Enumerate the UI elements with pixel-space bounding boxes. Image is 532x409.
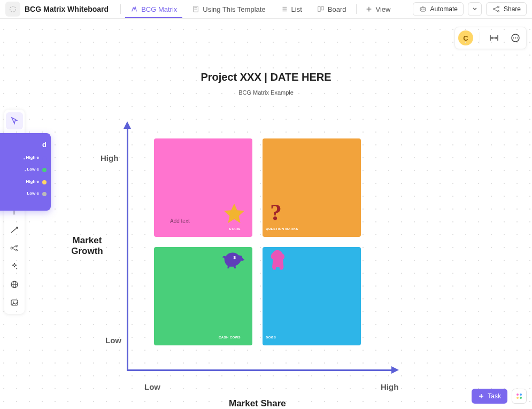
automate-button[interactable]: Automate <box>413 2 464 16</box>
x-low[interactable]: Low <box>144 382 160 391</box>
dog-icon <box>268 249 289 272</box>
task-button[interactable]: Task <box>472 389 507 404</box>
legend-card[interactable]: d , High e , Low e High e Low e <box>0 133 51 211</box>
loading-icon <box>9 5 17 13</box>
legend-dot <box>42 156 47 160</box>
bottom-right-controls: Task <box>472 389 527 404</box>
quadrant-cash-cows[interactable]: $ CASH COWS <box>154 247 252 345</box>
doc-icon <box>192 5 199 13</box>
share-button[interactable]: Share <box>486 2 527 16</box>
tab-using-template[interactable]: Using This Template <box>184 0 273 18</box>
legend-item: High e <box>0 179 47 184</box>
legend-dot <box>42 192 47 196</box>
svg-text:$: $ <box>233 255 236 260</box>
robot-icon <box>419 5 427 13</box>
quadrant-dogs[interactable]: DOGS <box>263 247 361 345</box>
y-axis-line[interactable] <box>127 125 128 371</box>
apps-button[interactable] <box>512 389 527 404</box>
quadrant-stars[interactable]: Add text STARS <box>154 138 252 237</box>
x-axis-line[interactable] <box>127 369 394 371</box>
board-icon <box>317 5 325 13</box>
tab-label: Board <box>328 5 346 13</box>
whiteboard-canvas[interactable]: Project XXX | DATE HERE BCG Matrix Examp… <box>0 19 532 409</box>
page-title[interactable]: Project XXX | DATE HERE <box>201 71 331 83</box>
automate-dropdown[interactable] <box>468 2 482 16</box>
automate-label: Automate <box>430 5 458 13</box>
share-label: Share <box>504 5 521 13</box>
task-label: Task <box>488 392 501 400</box>
topbar-right: Automate Share <box>413 2 527 16</box>
chevron-down-icon <box>472 6 477 12</box>
legend-dot <box>42 180 47 184</box>
page-subtitle[interactable]: BCG Matrix Example <box>238 89 294 96</box>
apps-icon <box>516 393 522 399</box>
placeholder-text: Add text <box>170 218 190 224</box>
quadrant-label: STARS <box>229 227 241 230</box>
quadrant-question-marks[interactable]: ? QUESTION MARKS <box>263 138 361 237</box>
star-icon <box>221 202 247 227</box>
share-icon <box>492 5 500 13</box>
legend-item: Low e <box>0 191 47 196</box>
plus-icon <box>478 393 484 399</box>
list-icon <box>281 5 288 13</box>
add-view-button[interactable]: View <box>359 5 397 13</box>
svg-rect-7 <box>318 7 320 12</box>
quadrant-label: DOGS <box>266 336 276 339</box>
divider <box>120 4 121 14</box>
legend-item: , High e <box>0 155 47 160</box>
y-axis-arrow <box>124 121 131 129</box>
x-axis-label[interactable]: Market Share <box>229 398 286 409</box>
divider <box>356 4 357 14</box>
quadrant-label: CASH COWS <box>219 336 241 339</box>
matrix-icon <box>130 5 138 13</box>
tab-bcg-matrix[interactable]: BCG Matrix <box>123 0 184 18</box>
tab-board[interactable]: Board <box>310 0 354 18</box>
cow-icon: $ <box>221 250 247 269</box>
svg-rect-8 <box>321 7 323 10</box>
doc-icon-button[interactable] <box>5 2 20 17</box>
x-high[interactable]: High <box>381 382 398 391</box>
svg-point-13 <box>423 9 425 10</box>
svg-line-18 <box>495 7 498 9</box>
svg-point-12 <box>421 9 422 10</box>
svg-line-19 <box>495 10 498 11</box>
y-high[interactable]: High <box>101 153 118 163</box>
y-low[interactable]: Low <box>105 336 121 345</box>
doc-title[interactable]: BCG Matrix Whiteboard <box>25 5 109 13</box>
tab-label: List <box>291 5 302 13</box>
quadrant-label: QUESTION MARKS <box>266 227 298 230</box>
plus-icon <box>365 5 373 13</box>
view-label: View <box>376 5 391 13</box>
view-tabs: BCG Matrix Using This Template List Boar… <box>123 0 353 18</box>
svg-rect-11 <box>420 7 426 11</box>
x-axis-arrow <box>391 366 399 374</box>
legend-item: , Low e <box>0 167 47 172</box>
question-icon: ? <box>270 199 286 226</box>
legend-dot <box>42 168 47 172</box>
tab-list[interactable]: List <box>273 0 310 18</box>
tab-label: BCG Matrix <box>141 5 177 13</box>
svg-point-0 <box>10 6 16 12</box>
tab-label: Using This Template <box>203 5 265 13</box>
top-bar: BCG Matrix Whiteboard BCG Matrix Using T… <box>0 0 532 19</box>
legend-title: d <box>0 141 47 149</box>
y-axis-label[interactable]: Market Growth <box>71 235 104 257</box>
